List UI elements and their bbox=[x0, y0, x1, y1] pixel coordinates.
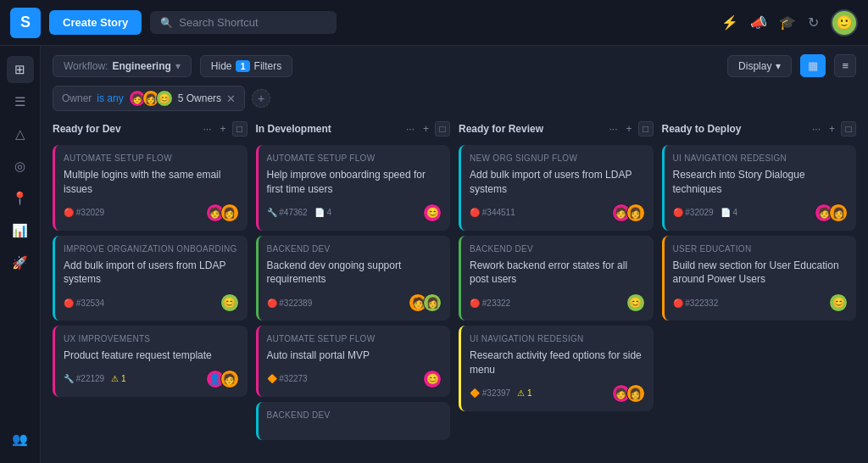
filter-count-badge: 1 bbox=[236, 60, 249, 72]
chevron-down-icon: ▾ bbox=[776, 60, 781, 72]
column-menu-button[interactable]: ··· bbox=[606, 121, 620, 137]
column-menu-button[interactable]: ··· bbox=[200, 121, 214, 137]
column-add-button[interactable]: + bbox=[217, 121, 228, 137]
column-header-in-development: In Development ··· + □ bbox=[256, 118, 451, 140]
card-avatar: 😊 bbox=[829, 293, 848, 312]
create-story-button[interactable]: Create Story bbox=[49, 10, 142, 35]
sidebar-icon-home[interactable]: ⊞ bbox=[7, 56, 34, 83]
card-id: 🔴 #32029 bbox=[673, 208, 714, 217]
column-ready-for-review: Ready for Review ··· + □ New Org Signup … bbox=[459, 118, 654, 455]
column-checkbox[interactable]: □ bbox=[841, 121, 856, 137]
bolt-icon-btn[interactable]: ⚡ bbox=[721, 14, 738, 31]
list-view-button[interactable]: ≡ bbox=[834, 54, 856, 77]
search-placeholder: Search Shortcut bbox=[179, 16, 258, 29]
column-checkbox[interactable]: □ bbox=[638, 121, 654, 137]
card[interactable]: UI Navigation redesign Research into Sto… bbox=[662, 145, 857, 231]
display-label: Display bbox=[738, 60, 771, 72]
refresh-icon-btn[interactable]: ↻ bbox=[808, 14, 819, 31]
workflow-button[interactable]: Workflow: Engineering ▾ bbox=[53, 55, 192, 77]
card-footer: 🔴 #32029📄 4 🧑👩 bbox=[673, 204, 849, 222]
card-avatar: 👩 bbox=[220, 204, 239, 222]
sidebar-icon-team[interactable]: 👥 bbox=[7, 426, 34, 453]
card-avatar: 😊 bbox=[626, 293, 645, 312]
card[interactable]: Automate Setup Flow Help improve onboard… bbox=[256, 145, 451, 231]
sidebar-icon-reports[interactable]: 📊 bbox=[7, 217, 34, 244]
card-id: 🔴 #322389 bbox=[267, 298, 313, 308]
kanban-view-button[interactable]: ▦ bbox=[800, 54, 826, 77]
top-nav: S Create Story 🔍 Search Shortcut ⚡ 📣 🎓 ↻… bbox=[0, 0, 868, 46]
column-header-ready-for-review: Ready for Review ··· + □ bbox=[459, 118, 654, 140]
card-avatars: 🧑👩 bbox=[815, 204, 848, 222]
add-filter-button[interactable]: + bbox=[252, 89, 270, 108]
card-footer: 🔴 #344511 🧑👩 bbox=[470, 204, 645, 222]
column-menu-button[interactable]: ··· bbox=[403, 121, 417, 137]
owner-filter-tag[interactable]: Owner is any 🧑 👩 😊 5 Owners ✕ bbox=[53, 86, 245, 111]
workflow-label: Workflow: bbox=[64, 60, 108, 72]
card-title: Add bulk import of users from LDAP syste… bbox=[64, 259, 239, 287]
search-box[interactable]: 🔍 Search Shortcut bbox=[150, 11, 337, 34]
card-id: 🔴 #23322 bbox=[470, 298, 510, 308]
column-title: Ready to Deploy bbox=[662, 123, 804, 135]
main-layout: ⊞ ☰ △ ◎ 📍 📊 🚀 👥 Workflow: Engineering ▾ … bbox=[0, 46, 868, 463]
sidebar-icon-roadmap[interactable]: 📍 bbox=[7, 185, 34, 212]
card[interactable]: UX Improvements Product feature request … bbox=[53, 326, 248, 397]
card-avatars: 😊 bbox=[829, 293, 848, 312]
search-icon: 🔍 bbox=[160, 17, 173, 29]
card[interactable]: User Education Build new section for Use… bbox=[662, 236, 857, 321]
card[interactable]: New Org Signup Flow Add bulk import of u… bbox=[459, 145, 654, 231]
column-scroll-ready-to-deploy: UI Navigation redesign Research into Sto… bbox=[662, 145, 857, 455]
card-category: Backend Dev bbox=[470, 244, 645, 254]
sidebar-icon-epics[interactable]: ◎ bbox=[7, 153, 34, 180]
board: Ready for Dev ··· + □ Automate Setup Flo… bbox=[41, 118, 868, 463]
card-avatar: 👩 bbox=[626, 204, 645, 222]
column-add-button[interactable]: + bbox=[826, 121, 837, 137]
card-title: Research into Story Dialogue techniques bbox=[673, 168, 849, 197]
megaphone-icon-btn[interactable]: 📣 bbox=[750, 14, 767, 31]
filter-avatar-group: 🧑 👩 😊 bbox=[129, 90, 173, 107]
card[interactable]: UI Navigation redesign Research activity… bbox=[459, 326, 654, 411]
card[interactable]: Backend Dev Rework backend error states … bbox=[459, 236, 654, 321]
card-footer: 🔧 #47362📄 4 😊 bbox=[267, 204, 442, 222]
card-avatar: 😊 bbox=[423, 204, 442, 222]
card-avatars: 🧑👩 bbox=[612, 204, 645, 222]
card-avatars: 😊 bbox=[423, 370, 442, 388]
card-footer: 🔴 #322389 🧑👩 bbox=[267, 293, 442, 312]
toolbar: Workflow: Engineering ▾ Hide 1 Filters D… bbox=[41, 46, 868, 82]
card[interactable]: Automate Setup Flow Auto install portal … bbox=[256, 326, 451, 397]
card-doc-count: 📄 4 bbox=[721, 208, 737, 217]
card[interactable]: Automate Setup Flow Multiple logins with… bbox=[53, 145, 248, 231]
card-footer: 🔴 #322332 😊 bbox=[673, 293, 849, 312]
card-meta: 🔶 #32397⚠ 1 bbox=[470, 388, 532, 398]
column-checkbox[interactable]: □ bbox=[232, 121, 248, 137]
column-title: In Development bbox=[256, 123, 398, 135]
card[interactable]: Improve Organization Onboarding Add bulk… bbox=[53, 236, 248, 321]
card-meta: 🔴 #344511 bbox=[470, 208, 515, 217]
card-avatar: 😊 bbox=[423, 370, 442, 388]
column-add-button[interactable]: + bbox=[623, 121, 634, 137]
column-menu-button[interactable]: ··· bbox=[810, 121, 823, 137]
hide-filters-button[interactable]: Hide 1 Filters bbox=[200, 55, 292, 77]
card-avatars: 😊 bbox=[220, 293, 239, 312]
card-title: Multiple logins with the same email issu… bbox=[64, 168, 239, 197]
card-title: Build new section for User Education aro… bbox=[673, 259, 849, 287]
user-avatar[interactable]: 🙂 bbox=[831, 9, 858, 36]
card-avatars: 🧑👩 bbox=[612, 384, 645, 403]
graduation-icon-btn[interactable]: 🎓 bbox=[779, 14, 796, 31]
column-scroll-in-development: Automate Setup Flow Help improve onboard… bbox=[256, 145, 451, 455]
warning-badge: ⚠ 1 bbox=[517, 388, 531, 398]
filter-close-icon[interactable]: ✕ bbox=[226, 92, 236, 105]
card-avatars: 😊 bbox=[423, 204, 442, 222]
card-avatar: 👩 bbox=[423, 293, 442, 312]
card-meta: 🔴 #32534 bbox=[64, 298, 104, 308]
column-add-button[interactable]: + bbox=[420, 121, 431, 137]
sidebar-icon-velocity[interactable]: 🚀 bbox=[7, 249, 34, 276]
card[interactable]: Backend Dev Backend dev ongoing support … bbox=[256, 236, 451, 321]
content: Workflow: Engineering ▾ Hide 1 Filters D… bbox=[41, 46, 868, 463]
sidebar-icon-stories[interactable]: △ bbox=[7, 120, 34, 148]
display-button[interactable]: Display ▾ bbox=[727, 55, 792, 77]
card-meta: 🔴 #32029📄 4 bbox=[673, 208, 738, 217]
sidebar-icon-list[interactable]: ☰ bbox=[7, 88, 34, 115]
card[interactable]: Backend Dev bbox=[256, 402, 451, 440]
column-checkbox[interactable]: □ bbox=[435, 121, 450, 137]
card-category: Improve Organization Onboarding bbox=[64, 244, 239, 254]
